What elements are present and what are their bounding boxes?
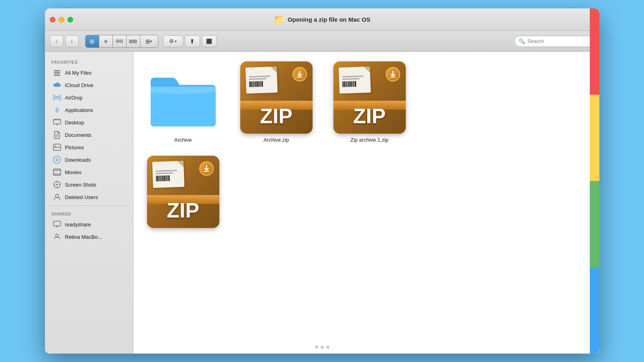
gallery-view-button[interactable]: ▤▤ (127, 35, 140, 47)
right-edge-decoration (590, 8, 599, 354)
sidebar-divider (48, 205, 130, 206)
search-input[interactable] (527, 38, 590, 44)
view-arrow-icon: ▾ (150, 39, 152, 43)
pictures-icon (53, 143, 61, 151)
zip-icon-container: ZIP (240, 61, 313, 134)
all-my-files-icon (53, 69, 61, 77)
file-label: Archive.zip (264, 137, 289, 143)
svg-point-35 (55, 234, 58, 237)
svg-rect-20 (56, 169, 57, 171)
view-grid-icon: ⊞ (145, 38, 150, 45)
zip-icon-container: ZIP (333, 61, 406, 134)
sidebar-item-label: AirDrop (65, 95, 83, 101)
title-bar: 📁 Opening a zip file on Mac OS (45, 8, 599, 31)
maximize-button[interactable] (67, 17, 73, 22)
sidebar-item-label: Documents (65, 132, 92, 138)
folder-icon: 📁 (274, 14, 284, 25)
shared-header: Shared (45, 208, 133, 218)
gear-icon: ⚙ (169, 38, 174, 44)
search-icon: 🔍 (519, 38, 525, 44)
file-item-zip-archive-2[interactable]: ZIP (143, 156, 223, 231)
column-view-button[interactable]: ⊟⊟ (113, 35, 127, 47)
scroll-dot-3 (326, 346, 329, 349)
svg-rect-0 (54, 70, 60, 71)
svg-rect-7 (53, 120, 61, 120)
forward-icon: › (71, 38, 73, 45)
sidebar-item-deleted-users[interactable]: Deleted Users (47, 191, 131, 203)
sidebar-item-pictures[interactable]: Pictures (47, 141, 131, 153)
airdrop-icon (53, 94, 61, 102)
list-view-button[interactable]: ≡ (99, 35, 113, 47)
nav-buttons: ‹ › (50, 35, 79, 47)
tag-icon: ⬛ (206, 39, 212, 44)
sidebar-item-movies[interactable]: Movies (47, 166, 131, 178)
minimize-button[interactable] (59, 17, 64, 22)
sidebar-item-applications[interactable]: Applications (47, 104, 131, 116)
sidebar-item-screen-shots[interactable]: Screen Shots (47, 179, 131, 191)
sidebar-item-label: Downloads (65, 157, 91, 163)
close-button[interactable] (50, 17, 55, 22)
search-box[interactable]: 🔍 (514, 36, 595, 47)
sidebar-item-label: Pictures (65, 144, 84, 150)
svg-rect-1 (54, 72, 60, 73)
sidebar-item-label: readyshare (65, 222, 91, 228)
icon-view-icon: ⊞ (90, 38, 94, 45)
sidebar-item-all-my-files[interactable]: All My Files (47, 67, 131, 79)
svg-point-31 (55, 194, 59, 197)
view-toggle-group: ⊞ ≡ ⊟⊟ ▤▤ ⊞ ▾ (85, 35, 158, 48)
tag-button[interactable]: ⬛ (202, 35, 217, 47)
sidebar-item-label: Movies (65, 169, 82, 175)
desktop-icon (53, 118, 61, 126)
icon-view-button[interactable]: ⊞ (86, 35, 99, 47)
svg-point-4 (56, 96, 58, 99)
retina-macbo-icon (53, 233, 61, 241)
icloud-drive-icon (53, 81, 61, 89)
scroll-dot-1 (315, 346, 318, 349)
sidebar-item-label: All My Files (65, 70, 92, 76)
sidebar-item-label: Deleted Users (65, 194, 98, 200)
back-icon: ‹ (55, 38, 57, 45)
share-icon: ⬆ (190, 38, 195, 45)
back-button[interactable]: ‹ (50, 35, 63, 47)
sidebar-item-icloud-drive[interactable]: iCloud Drive (47, 79, 131, 91)
svg-point-26 (56, 184, 58, 185)
sidebar-item-label: Applications (65, 107, 93, 113)
svg-rect-19 (54, 169, 55, 171)
gallery-view-icon: ▤▤ (129, 39, 137, 44)
zip-text: ZIP (167, 200, 199, 221)
sidebar-item-label: Desktop (65, 120, 84, 126)
sidebar-item-readyshare[interactable]: readyshare (47, 218, 131, 230)
scroll-dots (315, 346, 329, 349)
sidebar-item-documents[interactable]: Documents (47, 129, 131, 141)
file-area[interactable]: Archive (133, 52, 599, 354)
svg-rect-2 (54, 73, 60, 74)
documents-icon (53, 131, 61, 139)
sidebar-item-desktop[interactable]: Desktop (47, 116, 131, 128)
file-grid: Archive (143, 61, 590, 231)
sidebar-item-airdrop[interactable]: AirDrop (47, 92, 131, 104)
file-item-zip-archive-1[interactable]: ZIP Zip archive 1.zip (329, 61, 410, 143)
zip-text: ZIP (353, 106, 386, 126)
share-button[interactable]: ⬆ (185, 35, 200, 47)
column-view-icon: ⊟⊟ (116, 39, 123, 44)
svg-rect-32 (53, 221, 61, 226)
window-title: Opening a zip file on Mac OS (288, 16, 370, 23)
action-group: ⚙ ▾ ⬆ ⬛ (163, 35, 217, 47)
svg-rect-21 (59, 169, 60, 171)
forward-button[interactable]: › (65, 35, 79, 47)
title-area: 📁 Opening a zip file on Mac OS (274, 14, 370, 25)
file-item-archive-folder[interactable]: Archive (143, 61, 223, 143)
deleted-users-icon (53, 193, 61, 201)
file-label: Zip archive 1.zip (350, 137, 388, 143)
view-options-button[interactable]: ⊞ ▾ (140, 35, 158, 47)
sidebar-item-retina-macbo[interactable]: Retina MacBo... (47, 231, 131, 243)
downloads-icon (53, 156, 61, 164)
file-item-archive-zip[interactable]: ZIP Archive.zip (236, 61, 317, 143)
gear-action-button[interactable]: ⚙ ▾ (163, 35, 183, 47)
readyshare-icon (53, 220, 61, 228)
zip-text: ZIP (260, 106, 292, 126)
scroll-dot-2 (321, 346, 324, 349)
sidebar-item-downloads[interactable]: Downloads (47, 154, 131, 166)
list-view-icon: ≡ (104, 38, 107, 45)
sidebar-item-label: Screen Shots (65, 182, 96, 188)
